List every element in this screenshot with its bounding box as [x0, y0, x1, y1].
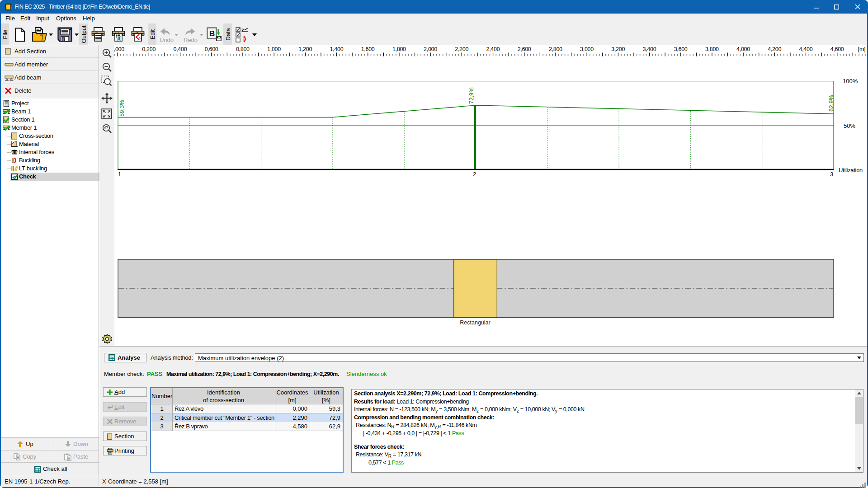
svg-text:B: B: [209, 29, 215, 38]
